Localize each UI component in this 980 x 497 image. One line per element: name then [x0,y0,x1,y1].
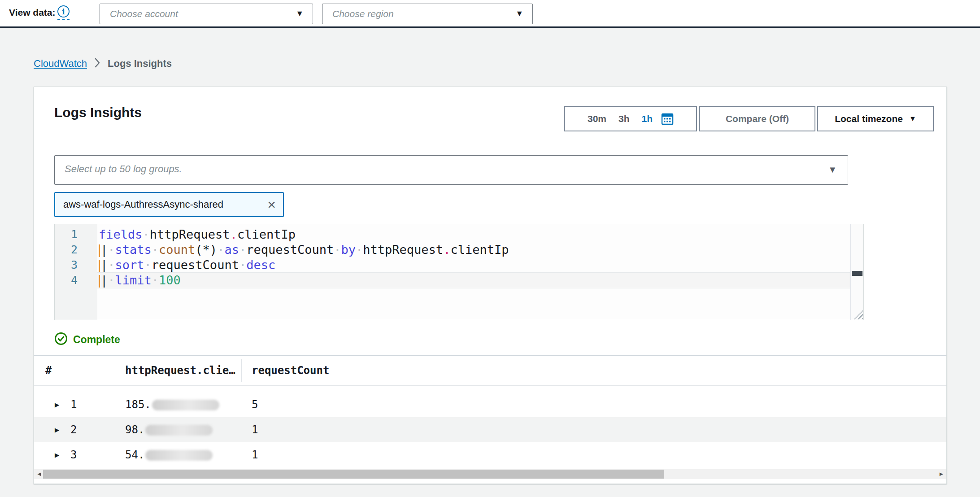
chevron-down-icon: ▼ [296,9,304,18]
calendar-icon[interactable] [661,113,674,125]
compare-button[interactable]: Compare (Off) [699,106,815,131]
query-status: Complete [54,332,120,347]
view-data-label: View data: [9,7,55,18]
account-select[interactable]: Choose account ▼ [100,4,313,24]
timezone-select[interactable]: Local timezone ▼ [817,106,934,131]
results-header: # httpRequest.clie… requestCount [34,356,946,385]
info-icon[interactable]: i [57,5,70,20]
request-count-cell: 1 [252,417,258,442]
breadcrumb: CloudWatch Logs Insights [34,57,172,70]
code-line[interactable]: |·sort·requestCount·desc [97,257,850,273]
line-number: 1 [55,227,97,242]
redacted-ip-blob [152,400,219,410]
active-pipe-indicator [99,244,100,257]
column-header-index: # [45,356,52,385]
code-line[interactable]: |·limit·100 [97,273,850,288]
page-title: Logs Insights [54,105,142,120]
status-label: Complete [73,334,120,346]
active-pipe-indicator [99,275,100,288]
line-number: 2 [55,242,97,257]
view-data-bar: View data: i Choose account ▼ Choose reg… [0,0,980,28]
table-row: ▶ 3 54. 1 [34,442,946,467]
scroll-left-icon[interactable]: ◄ [36,469,42,479]
editor-gutter: 1234 [55,224,97,320]
row-index: 1 [70,392,77,417]
table-row: ▶ 2 98. 1 [34,417,946,442]
query-editor[interactable]: 1234 fields·httpRequest.clientIp|·stats·… [54,224,864,320]
breadcrumb-logs-insights: Logs Insights [108,58,172,70]
account-placeholder: Choose account [110,9,178,19]
log-group-placeholder: Select up to 50 log groups. [65,163,182,175]
column-divider [241,359,242,382]
expand-row-icon[interactable]: ▶ [55,392,59,417]
active-pipe-indicator [99,260,100,272]
table-row: ▶ 1 185. 5 [34,392,946,417]
close-icon[interactable]: × [267,197,276,212]
breadcrumb-cloudwatch[interactable]: CloudWatch [34,58,87,70]
code-line[interactable]: fields·httpRequest.clientIp [97,227,850,242]
log-group-name: aws-waf-logs-AuthressAsync-shared [63,199,223,210]
line-number: 4 [55,273,97,288]
client-ip-cell: 54. [125,442,213,467]
code-line[interactable]: |·stats·count(*)·as·requestCount·by·http… [97,242,850,257]
line-number: 3 [55,257,97,273]
log-group-select[interactable]: Select up to 50 log groups. ▼ [54,155,848,185]
row-index: 2 [70,417,77,442]
request-count-cell: 5 [252,392,258,417]
expand-row-icon[interactable]: ▶ [55,442,59,467]
region-placeholder: Choose region [332,9,394,19]
editor-vertical-scrollbar[interactable] [850,224,863,320]
divider [34,385,946,386]
horizontal-scrollbar[interactable]: ◄ ► [34,469,946,479]
logs-insights-panel: Logs Insights 30m 3h 1h Compare (Off) Lo… [34,87,947,484]
timezone-label: Local timezone [835,113,903,124]
editor-code[interactable]: fields·httpRequest.clientIp|·stats·count… [97,224,850,320]
time-range-30m[interactable]: 30m [588,113,606,124]
expand-row-icon[interactable]: ▶ [55,417,59,442]
chevron-down-icon: ▼ [828,165,837,175]
selected-log-group-tag: aws-waf-logs-AuthressAsync-shared × [54,192,284,217]
column-header-request-count: requestCount [252,356,329,385]
redacted-ip-blob [145,425,213,436]
scrollbar-thumb[interactable] [43,470,664,479]
request-count-cell: 1 [252,442,258,467]
time-range-1h[interactable]: 1h [642,113,653,124]
scrollbar-thumb[interactable] [852,271,862,276]
breadcrumb-chevron-icon [94,57,100,70]
check-circle-icon [54,332,68,347]
time-range-group: 30m 3h 1h [564,106,697,131]
column-header-client-ip: httpRequest.clie… [125,356,235,385]
chevron-down-icon: ▼ [909,115,916,123]
client-ip-cell: 185. [125,392,219,417]
chevron-down-icon: ▼ [515,9,523,18]
time-range-3h[interactable]: 3h [618,113,630,124]
redacted-ip-blob [145,450,213,461]
scroll-right-icon[interactable]: ► [938,469,944,479]
row-index: 3 [70,442,77,467]
region-select[interactable]: Choose region ▼ [322,4,533,24]
client-ip-cell: 98. [125,417,213,442]
